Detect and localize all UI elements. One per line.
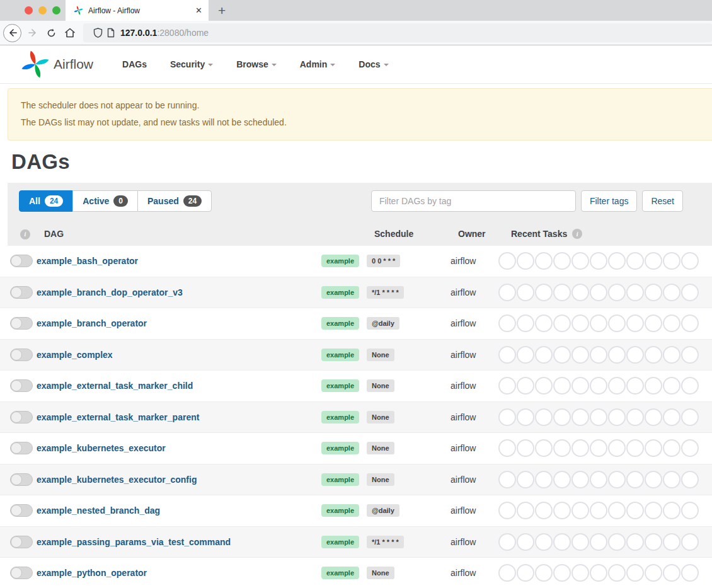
task-state-circle <box>553 252 571 270</box>
table-row: example_branch_dop_operator_v3 example *… <box>0 277 712 309</box>
task-state-circle <box>535 346 553 364</box>
dag-link[interactable]: example_python_operator <box>37 568 147 578</box>
dag-pause-toggle[interactable] <box>10 536 33 548</box>
airflow-favicon-icon <box>74 6 83 15</box>
toggle-knob <box>11 380 22 391</box>
filter-tags-button[interactable]: Filter tags <box>581 190 637 212</box>
tab-close-icon[interactable]: ✕ <box>195 6 202 15</box>
nav-item-label: Docs <box>359 59 380 69</box>
warning-line-1: The scheduler does not appear to be runn… <box>21 97 699 114</box>
dag-link[interactable]: example_external_task_marker_parent <box>37 412 199 422</box>
dag-pause-toggle[interactable] <box>10 442 33 454</box>
dag-link[interactable]: example_bash_operator <box>37 256 138 266</box>
dag-link[interactable]: example_branch_operator <box>37 318 147 328</box>
dag-link[interactable]: example_external_task_marker_child <box>37 381 193 391</box>
dag-tag-badge[interactable]: example <box>321 442 359 454</box>
dag-tag-badge[interactable]: example <box>321 349 359 361</box>
task-state-circle <box>663 377 680 395</box>
schedule-badge: None <box>367 379 394 392</box>
filter-tab-paused[interactable]: Paused 24 <box>137 190 212 212</box>
task-state-circle <box>517 533 534 551</box>
reset-button[interactable]: Reset <box>642 190 683 212</box>
dag-tag-badge[interactable]: example <box>321 379 359 392</box>
task-state-circle <box>663 471 680 488</box>
dag-link[interactable]: example_nested_branch_dag <box>37 505 160 516</box>
task-state-circle <box>663 408 680 426</box>
forward-button[interactable] <box>28 28 38 38</box>
task-state-circle <box>681 284 699 301</box>
task-state-circle <box>590 471 607 488</box>
url-bar[interactable]: 127.0.0.1:28080/home <box>83 23 712 42</box>
table-row: example_passing_params_via_test_command … <box>0 527 712 558</box>
dag-pause-toggle[interactable] <box>10 255 33 267</box>
reload-button[interactable] <box>46 28 57 38</box>
nav-item-docs[interactable]: Docs <box>359 59 388 69</box>
dag-tag-badge[interactable]: example <box>321 504 359 517</box>
nav-item-browse[interactable]: Browse <box>236 59 277 69</box>
task-state-circle <box>498 346 516 364</box>
chevron-down-icon <box>330 64 335 66</box>
table-row: example_python_operator example None air… <box>0 558 712 588</box>
dag-tag-badge[interactable]: example <box>321 567 359 579</box>
dag-tag-badge[interactable]: example <box>321 286 359 299</box>
filter-dags-by-tag-input[interactable] <box>371 190 576 212</box>
new-tab-button[interactable]: + <box>218 4 226 17</box>
task-state-circle <box>517 346 534 364</box>
dag-tag-badge[interactable]: example <box>321 473 359 486</box>
task-state-circle <box>571 346 589 364</box>
back-button[interactable] <box>3 24 21 42</box>
task-state-circle <box>645 564 662 582</box>
task-state-circle <box>626 533 644 551</box>
owner-label: airflow <box>451 475 503 485</box>
window-zoom-button[interactable] <box>52 6 60 14</box>
window-minimize-button[interactable] <box>38 6 47 14</box>
toggle-knob <box>11 536 22 548</box>
task-state-circle <box>571 408 589 426</box>
nav-item-dags[interactable]: DAGs <box>122 59 147 69</box>
nav-item-security[interactable]: Security <box>170 59 213 69</box>
task-state-circle <box>553 471 571 488</box>
dag-pause-toggle[interactable] <box>10 349 33 361</box>
dag-tag-badge[interactable]: example <box>321 255 359 267</box>
home-button[interactable] <box>64 27 76 38</box>
dag-pause-toggle[interactable] <box>10 504 33 517</box>
filter-tab-all[interactable]: All 24 <box>19 190 73 212</box>
warning-line-2: The DAGs list may not update, and new ta… <box>21 114 699 131</box>
toggle-knob <box>11 442 22 454</box>
task-state-circle <box>681 408 699 426</box>
dag-link[interactable]: example_kubernetes_executor_config <box>37 475 197 485</box>
task-state-circle <box>517 284 534 301</box>
browser-tab[interactable]: Airflow - Airflow ✕ <box>66 0 209 21</box>
task-state-circle <box>608 284 626 301</box>
task-state-circle <box>517 408 534 426</box>
owner-label: airflow <box>451 318 503 328</box>
dag-pause-toggle[interactable] <box>10 411 33 424</box>
task-state-circle <box>626 252 644 270</box>
dag-tag-badge[interactable]: example <box>321 411 359 424</box>
task-state-circle <box>608 533 626 551</box>
nav-item-admin[interactable]: Admin <box>300 59 336 69</box>
dag-tag-badge[interactable]: example <box>321 536 359 548</box>
task-state-circle <box>517 564 534 582</box>
task-state-circle <box>663 284 680 301</box>
dag-pause-toggle[interactable] <box>10 473 33 486</box>
dag-link[interactable]: example_kubernetes_executor <box>37 443 166 453</box>
dag-link[interactable]: example_passing_params_via_test_command <box>37 537 231 547</box>
dag-link[interactable]: example_complex <box>37 350 113 360</box>
dag-link[interactable]: example_branch_dop_operator_v3 <box>37 287 183 297</box>
owner-label: airflow <box>451 287 503 297</box>
task-state-circle <box>535 533 553 551</box>
dag-tag-badge[interactable]: example <box>321 317 359 330</box>
dag-pause-toggle[interactable] <box>10 286 33 299</box>
filter-tab-active[interactable]: Active 0 <box>72 190 138 212</box>
table-row: example_branch_operator example @daily a… <box>0 308 712 340</box>
task-state-circle <box>590 252 607 270</box>
toggle-knob <box>11 474 22 485</box>
dag-pause-toggle[interactable] <box>10 317 33 330</box>
airflow-brand[interactable]: Airflow <box>21 50 93 79</box>
dag-status-filter-group: All 24 Active 0 Paused 24 <box>19 190 212 212</box>
dag-pause-toggle[interactable] <box>10 567 33 579</box>
dag-pause-toggle[interactable] <box>10 379 33 392</box>
window-close-button[interactable] <box>25 6 33 14</box>
task-state-circle <box>517 252 534 270</box>
